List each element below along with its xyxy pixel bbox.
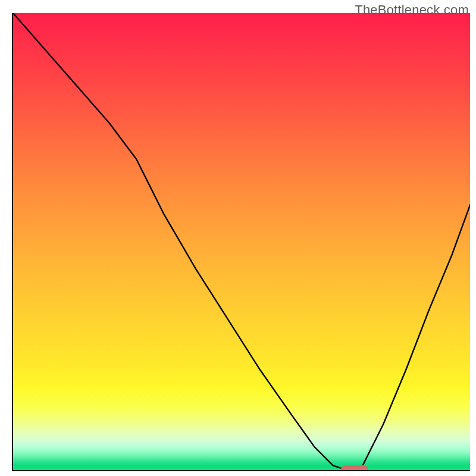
bottleneck-curve bbox=[13, 13, 470, 470]
optimum-marker bbox=[341, 465, 368, 471]
chart-plot-area bbox=[12, 13, 470, 471]
watermark-text: TheBottleneck.com bbox=[355, 2, 469, 18]
curve-path bbox=[13, 13, 470, 470]
